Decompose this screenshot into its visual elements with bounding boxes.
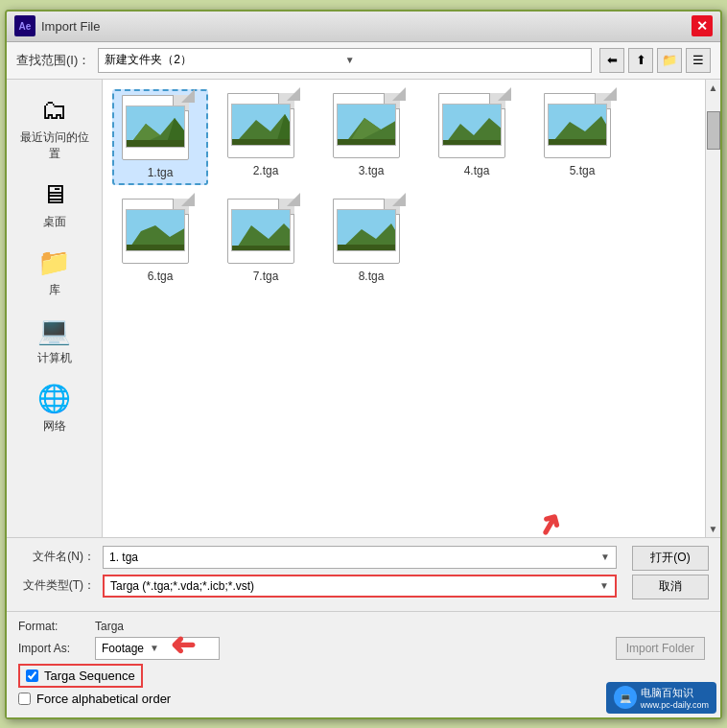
import-as-value: Footage [102, 642, 144, 655]
filename-dropdown-arrow: ▼ [600, 552, 610, 562]
sidebar: 最近访问的位置 桌面 库 计算机 网络 [7, 80, 103, 537]
file-item-4[interactable]: 4.tga [429, 89, 525, 185]
sidebar-item-network[interactable]: 网络 [12, 376, 98, 440]
ae-logo: Ae [14, 15, 35, 36]
arrow-sequence: ➜ [170, 628, 196, 665]
force-order-label: Force alphabetical order [36, 692, 171, 706]
filetype-label: 文件类型(T)： [18, 577, 95, 594]
watermark-name: 电脑百知识 [641, 686, 709, 700]
sequence-checkbox[interactable] [26, 669, 38, 682]
filetype-dropdown[interactable]: Targa (*.tga;*.vda;*.icb;*.vst) ▼ [103, 575, 617, 598]
close-button[interactable]: ✕ [692, 15, 713, 36]
file-label-8: 8.tga [359, 270, 385, 283]
file-label-6: 6.tga [148, 270, 174, 283]
folder-dropdown[interactable]: 新建文件夹（2） ▼ [98, 48, 592, 73]
sidebar-label-library: 库 [49, 282, 60, 298]
file-icon-3 [333, 93, 410, 160]
file-label-5: 5.tga [570, 164, 596, 177]
svg-rect-27 [338, 245, 396, 251]
title-bar-left: Ae Import File [14, 15, 100, 36]
file-label-1: 1.tga [148, 166, 174, 179]
file-item-5[interactable]: 5.tga [534, 89, 630, 185]
folder-dropdown-arrow: ▼ [345, 55, 585, 65]
file-label-3: 3.tga [359, 164, 385, 177]
filename-row: 文件名(N)： 1. tga ▼ [18, 546, 617, 569]
sidebar-item-library[interactable]: 库 [12, 240, 98, 304]
file-item-6[interactable]: 6.tga [112, 195, 208, 287]
file-icon-5 [544, 93, 621, 160]
file-icon-6 [122, 199, 199, 266]
filetype-row: 文件类型(T)： Targa (*.tga;*.vda;*.icb;*.vst)… [18, 575, 617, 598]
format-row: Format: Targa [18, 620, 709, 633]
svg-rect-18 [549, 139, 607, 146]
scroll-thumb[interactable] [707, 111, 720, 150]
network-icon [35, 382, 74, 415]
import-folder-button[interactable]: Import Folder [616, 637, 705, 660]
recent-icon [35, 93, 74, 127]
scrollbar: ▲ ▼ [705, 80, 720, 537]
sequence-checkbox-container: Targa Sequence [18, 664, 143, 688]
format-value: Targa [95, 620, 124, 633]
file-item-2[interactable]: 2.tga [218, 89, 314, 185]
sidebar-item-computer[interactable]: 计算机 [12, 308, 98, 372]
toolbar: 查找范围(I)： 新建文件夹（2） ▼ ⬅ ⬆ 📁 ☰ [7, 42, 720, 80]
sidebar-label-computer: 计算机 [37, 350, 72, 366]
import-as-row: Import As: Footage ▼ [18, 637, 709, 660]
file-item-3[interactable]: 3.tga [323, 89, 419, 185]
svg-rect-15 [443, 140, 502, 146]
bottom-form: 文件名(N)： 1. tga ▼ 文件类型(T)： Targa (*.tga;*… [7, 537, 720, 611]
svg-rect-8 [232, 139, 291, 146]
filetype-dropdown-arrow: ▼ [599, 580, 609, 591]
file-item-8[interactable]: 8.tga [323, 195, 419, 287]
toolbar-label: 查找范围(I)： [16, 52, 90, 69]
file-icon-8 [333, 199, 410, 266]
format-label: Format: [18, 620, 85, 633]
watermark-icon: 💻 [614, 686, 637, 709]
sidebar-label-network: 网络 [43, 418, 66, 434]
open-button[interactable]: 打开(O) [632, 546, 709, 571]
force-order-checkbox[interactable] [18, 693, 31, 705]
file-item-7[interactable]: 7.tga [218, 195, 314, 287]
file-icon-2 [227, 93, 304, 160]
sidebar-label-desktop: 桌面 [43, 214, 66, 230]
import-file-dialog: Ae Import File ✕ 查找范围(I)： 新建文件夹（2） ▼ ⬅ ⬆… [5, 10, 722, 719]
scroll-up-arrow[interactable]: ▲ [706, 80, 720, 96]
file-icon-1 [122, 95, 199, 162]
filetype-value: Targa (*.tga;*.vda;*.icb;*.vst) [110, 579, 254, 593]
toolbar-icons: ⬅ ⬆ 📁 ☰ [599, 48, 711, 73]
nav-up-button[interactable]: ⬆ [628, 48, 653, 73]
new-folder-button[interactable]: 📁 [657, 48, 682, 73]
folder-name: 新建文件夹（2） [105, 52, 344, 68]
sidebar-label-recent: 最近访问的位置 [17, 129, 92, 162]
dialog-title: Import File [41, 19, 100, 34]
file-icon-4 [438, 93, 515, 160]
file-browser: 1.tga [103, 80, 705, 537]
file-icon-7 [227, 199, 304, 266]
svg-rect-24 [232, 246, 291, 251]
svg-rect-4 [127, 140, 185, 148]
title-bar: Ae Import File ✕ [7, 12, 720, 42]
import-as-arrow: ▼ [150, 643, 159, 653]
file-item-1[interactable]: 1.tga [112, 89, 208, 185]
content-area: 最近访问的位置 桌面 库 计算机 网络 [7, 80, 720, 537]
sequence-row: Targa Sequence [18, 664, 709, 688]
svg-rect-12 [338, 139, 396, 146]
nav-back-button[interactable]: ⬅ [599, 48, 624, 73]
import-as-dropdown[interactable]: Footage ▼ [95, 637, 220, 660]
sequence-label: Targa Sequence [44, 669, 135, 683]
sidebar-item-recent[interactable]: 最近访问的位置 [12, 87, 98, 168]
watermark: 💻 电脑百知识 www.pc-daily.com [606, 682, 716, 714]
filename-input[interactable]: 1. tga ▼ [103, 546, 617, 569]
file-label-2: 2.tga [253, 164, 279, 177]
file-label-4: 4.tga [464, 164, 490, 177]
desktop-icon [35, 177, 74, 211]
scroll-down-arrow[interactable]: ▼ [706, 521, 720, 537]
sidebar-item-desktop[interactable]: 桌面 [12, 172, 98, 236]
file-label-7: 7.tga [253, 270, 279, 283]
view-toggle-button[interactable]: ☰ [686, 48, 711, 73]
svg-rect-21 [127, 245, 185, 251]
cancel-button[interactable]: 取消 [632, 575, 709, 599]
import-as-label: Import As: [18, 642, 85, 655]
computer-icon [35, 314, 74, 347]
action-buttons: 打开(O) 取消 [632, 546, 709, 599]
